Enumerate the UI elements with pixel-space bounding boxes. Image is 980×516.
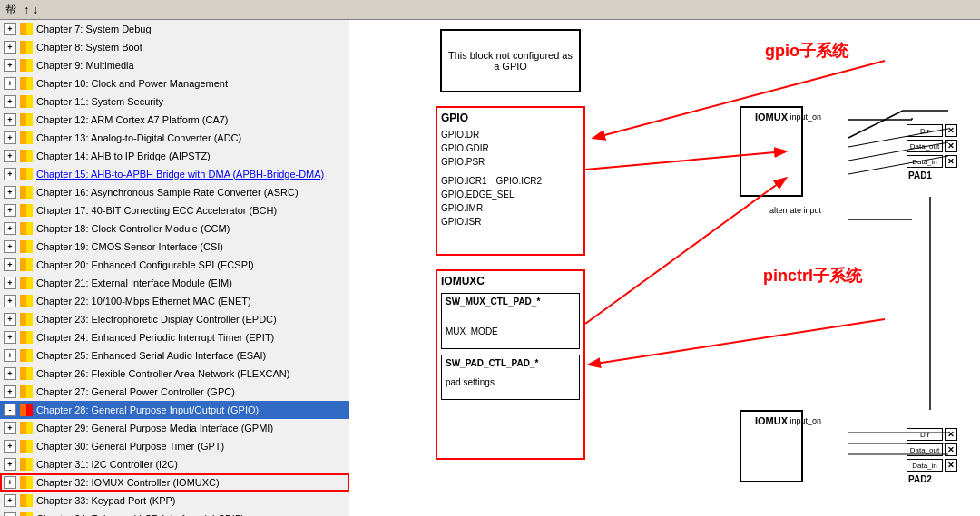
sidebar-label-12: Chapter 18: Clock Controller Module (CCM…: [36, 222, 230, 236]
svg-rect-35: [26, 331, 33, 344]
expand-icon-17[interactable]: +: [4, 313, 16, 326]
sidebar-label-9: Chapter 15: AHB-to-APBH Bridge with DMA …: [36, 168, 324, 181]
input-on-top-label: input_on: [789, 112, 821, 122]
sidebar-label-10: Chapter 16: Asynchronous Sample Rate Con…: [36, 186, 299, 200]
svg-rect-1: [26, 23, 33, 35]
sidebar-item-3[interactable]: +Chapter 9: Multimedia: [0, 56, 349, 74]
expand-icon-21[interactable]: +: [4, 385, 16, 398]
sidebar-label-14: Chapter 20: Enhanced Configurable SPI (E…: [36, 258, 254, 272]
sidebar-item-4[interactable]: +Chapter 10: Clock and Power Management: [0, 74, 349, 92]
expand-icon-8[interactable]: +: [4, 150, 16, 162]
sidebar-item-6[interactable]: +Chapter 12: ARM Cortex A7 Platform (CA7…: [0, 111, 349, 129]
expand-icon-2[interactable]: +: [4, 41, 16, 54]
gpio-reg-edge-sel: GPIO.EDGE_SEL: [441, 188, 580, 201]
sidebar-item-13[interactable]: +Chapter 19: CMOS Sensor Interface (CSI): [0, 238, 349, 256]
svg-rect-20: [20, 204, 26, 217]
sidebar-item-26[interactable]: +Chapter 32: IOMUX Controller (IOMUXC): [0, 473, 349, 492]
doc-icon-25: [19, 457, 34, 472]
pad1-dir-box: Dir: [906, 124, 943, 137]
expand-icon-1[interactable]: +: [4, 23, 16, 35]
svg-rect-27: [26, 258, 33, 271]
sidebar-scroll[interactable]: +Chapter 7: System Debug+Chapter 8: Syst…: [0, 20, 349, 516]
doc-icon-28: [19, 511, 34, 516]
sidebar-item-17[interactable]: +Chapter 23: Electrophoretic Display Con…: [0, 310, 349, 328]
svg-rect-50: [20, 476, 26, 489]
toolbar-icon-2[interactable]: ↓: [33, 4, 38, 16]
expand-icon-10[interactable]: +: [4, 186, 16, 199]
sidebar-item-28[interactable]: +Chapter 34: Enhanced LCD Interface (eLC…: [0, 510, 349, 516]
expand-icon-20[interactable]: +: [4, 367, 16, 380]
doc-icon-16: [19, 294, 34, 308]
sidebar-item-11[interactable]: +Chapter 17: 40-BIT Correcting ECC Accel…: [0, 201, 349, 219]
expand-icon-7[interactable]: +: [4, 131, 16, 144]
expand-icon-14[interactable]: +: [4, 258, 16, 271]
sidebar-item-20[interactable]: +Chapter 26: Flexible Controller Area Ne…: [0, 365, 349, 383]
expand-icon-18[interactable]: +: [4, 331, 16, 344]
doc-icon-23: [19, 421, 34, 435]
expand-icon-19[interactable]: +: [4, 349, 16, 362]
sw-pad-content: pad settings: [446, 377, 575, 387]
expand-icon-3[interactable]: +: [4, 59, 16, 72]
sidebar-item-9[interactable]: +Chapter 15: AHB-to-APBH Bridge with DMA…: [0, 165, 349, 183]
svg-rect-29: [26, 277, 33, 289]
sidebar-item-7[interactable]: +Chapter 13: Analog-to-Digital Converter…: [0, 129, 349, 147]
expand-icon-5[interactable]: +: [4, 95, 16, 108]
sidebar-label-20: Chapter 26: Flexible Controller Area Net…: [36, 367, 289, 381]
expand-icon-16[interactable]: +: [4, 295, 16, 307]
expand-icon-9[interactable]: +: [4, 168, 16, 180]
iomuxc-block: IOMUXC SW_MUX_CTL_PAD_* MUX_MODE SW_PAD_…: [436, 269, 585, 460]
sidebar-item-19[interactable]: +Chapter 25: Enhanced Serial Audio Inter…: [0, 346, 349, 365]
expand-icon-4[interactable]: +: [4, 77, 16, 90]
svg-rect-41: [26, 385, 33, 398]
sidebar-item-24[interactable]: +Chapter 30: General Purpose Timer (GPT): [0, 437, 349, 455]
sidebar-item-14[interactable]: +Chapter 20: Enhanced Configurable SPI (…: [0, 256, 349, 274]
sidebar-item-27[interactable]: +Chapter 33: Keypad Port (KPP): [0, 492, 349, 510]
sidebar-item-1[interactable]: +Chapter 7: System Debug: [0, 20, 349, 38]
svg-rect-33: [26, 313, 33, 326]
doc-icon-26: [19, 475, 34, 490]
sidebar-item-15[interactable]: +Chapter 21: External Interface Module (…: [0, 274, 349, 292]
svg-rect-10: [20, 113, 26, 126]
svg-rect-36: [20, 349, 26, 362]
sidebar-item-18[interactable]: +Chapter 24: Enhanced Periodic Interrupt…: [0, 328, 349, 346]
svg-rect-53: [26, 494, 33, 507]
expand-icon-6[interactable]: +: [4, 113, 16, 126]
svg-rect-2: [20, 41, 26, 54]
doc-icon-1: [19, 22, 34, 36]
expand-icon-13[interactable]: +: [4, 240, 16, 253]
doc-icon-13: [19, 239, 34, 254]
doc-icon-11: [19, 203, 34, 218]
svg-rect-8: [20, 95, 26, 108]
sidebar-item-12[interactable]: +Chapter 18: Clock Controller Module (CC…: [0, 219, 349, 238]
sidebar-item-22[interactable]: -Chapter 28: General Purpose Input/Outpu…: [0, 401, 349, 419]
expand-icon-24[interactable]: +: [4, 440, 16, 453]
svg-rect-51: [26, 476, 33, 489]
toolbar-icon-1[interactable]: ↑: [24, 4, 29, 16]
sidebar-item-5[interactable]: +Chapter 11: System Security: [0, 92, 349, 111]
expand-icon-22[interactable]: -: [4, 404, 16, 416]
svg-rect-12: [20, 131, 26, 144]
sidebar-item-10[interactable]: +Chapter 16: Asynchronous Sample Rate Co…: [0, 183, 349, 201]
svg-rect-42: [20, 404, 26, 416]
sidebar-item-23[interactable]: +Chapter 29: General Purpose Media Inter…: [0, 419, 349, 437]
sidebar-item-21[interactable]: +Chapter 27: General Power Controller (G…: [0, 383, 349, 401]
expand-icon-23[interactable]: +: [4, 422, 16, 434]
gpio-reg-icr2: GPIO.ICR2: [496, 174, 543, 188]
doc-icon-3: [19, 58, 34, 73]
pad2-area: Dir ✕ Data_out ✕ Data_in ✕ PAD2: [906, 428, 957, 484]
sidebar-item-2[interactable]: +Chapter 8: System Boot: [0, 38, 349, 56]
doc-icon-17: [19, 312, 34, 326]
sidebar-item-16[interactable]: +Chapter 22: 10/100-Mbps Ethernet MAC (E…: [0, 292, 349, 310]
sidebar-item-25[interactable]: +Chapter 31: I2C Controller (I2C): [0, 455, 349, 473]
expand-icon-25[interactable]: +: [4, 458, 16, 471]
expand-icon-12[interactable]: +: [4, 222, 16, 235]
expand-icon-15[interactable]: +: [4, 277, 16, 289]
expand-icon-26[interactable]: +: [4, 476, 16, 489]
expand-icon-28[interactable]: +: [4, 512, 16, 516]
pad2-data-out-box: Data_out: [906, 443, 943, 456]
sidebar-item-8[interactable]: +Chapter 14: AHB to IP Bridge (AIPSTZ): [0, 147, 349, 165]
expand-icon-27[interactable]: +: [4, 494, 16, 507]
sidebar-label-7: Chapter 13: Analog-to-Digital Converter …: [36, 131, 241, 145]
svg-rect-31: [26, 295, 33, 307]
expand-icon-11[interactable]: +: [4, 204, 16, 217]
